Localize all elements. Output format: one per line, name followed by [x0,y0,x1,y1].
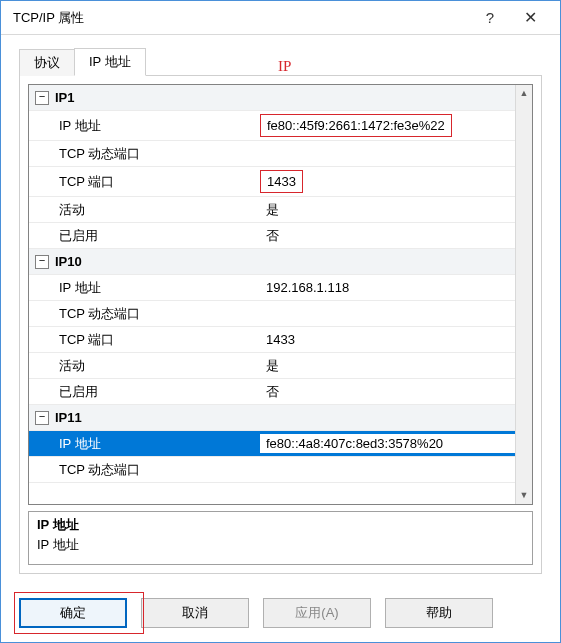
property-label: 活动 [35,200,260,219]
property-label: IP 地址 [35,278,260,297]
property-label: TCP 动态端口 [35,460,260,479]
property-value: 192.168.1.118 [260,278,509,297]
dialog-window: TCP/IP 属性 ? ✕ 协议 IP 地址 IP − IP1 IP 地址 fe [0,0,561,643]
property-row[interactable]: 已启用 否 [29,379,515,405]
property-value: 1433 [260,170,509,193]
description-box: IP 地址 IP 地址 [28,511,533,565]
highlight-box: 1433 [260,170,303,193]
property-row[interactable]: 已启用 否 [29,223,515,249]
scroll-down-icon[interactable]: ▼ [516,487,532,504]
property-label: 已启用 [35,226,260,245]
property-row[interactable]: TCP 端口 1433 [29,167,515,197]
group-header[interactable]: − IP11 [29,405,515,431]
property-row-selected[interactable]: IP 地址 fe80::4a8:407c:8ed3:3578%20 [29,431,515,457]
property-value: 否 [260,382,509,401]
titlebar: TCP/IP 属性 ? ✕ [1,1,560,35]
property-row[interactable]: TCP 端口 1433 [29,327,515,353]
vertical-scrollbar[interactable]: ▲ ▼ [515,85,532,504]
property-row[interactable]: TCP 动态端口 [29,457,515,483]
property-grid: − IP1 IP 地址 fe80::45f9:2661:1472:fe3e%22… [28,84,533,505]
help-button[interactable]: 帮助 [385,598,493,628]
tab-ip-address[interactable]: IP 地址 [74,48,146,76]
property-label: TCP 动态端口 [35,144,260,163]
property-row[interactable]: IP 地址 192.168.1.118 [29,275,515,301]
button-row: 确定 取消 应用(A) 帮助 [1,588,560,642]
collapse-icon[interactable]: − [35,255,49,269]
property-label: TCP 动态端口 [35,304,260,323]
content-area: 协议 IP 地址 IP − IP1 IP 地址 fe80::45f9:2661:… [1,35,560,588]
property-label: IP 地址 [35,116,260,135]
property-row[interactable]: TCP 动态端口 [29,301,515,327]
description-text: IP 地址 [37,536,524,554]
tab-strip: 协议 IP 地址 [19,49,542,75]
property-row[interactable]: IP 地址 fe80::45f9:2661:1472:fe3e%22 [29,111,515,141]
group-name: IP1 [55,88,280,107]
property-label: 已启用 [35,382,260,401]
tab-protocol[interactable]: 协议 [19,49,75,76]
panel: IP − IP1 IP 地址 fe80::45f9:2661:1472:fe3e… [19,75,542,574]
property-value: 否 [260,226,509,245]
property-row[interactable]: 活动 是 [29,353,515,379]
property-value: 1433 [260,330,509,349]
property-label: IP 地址 [35,434,260,453]
property-row[interactable]: TCP 动态端口 [29,141,515,167]
ok-button[interactable]: 确定 [19,598,127,628]
description-title: IP 地址 [37,516,524,534]
highlight-box: fe80::45f9:2661:1472:fe3e%22 [260,114,452,137]
property-value: fe80::4a8:407c:8ed3:3578%20 [260,434,515,453]
property-label: 活动 [35,356,260,375]
cancel-button[interactable]: 取消 [141,598,249,628]
grid-rows: − IP1 IP 地址 fe80::45f9:2661:1472:fe3e%22… [29,85,515,504]
group-header[interactable]: − IP1 [29,85,515,111]
group-name: IP10 [55,252,280,271]
apply-button: 应用(A) [263,598,371,628]
property-value: 是 [260,200,509,219]
close-icon[interactable]: ✕ [510,8,550,27]
collapse-icon[interactable]: − [35,411,49,425]
help-icon[interactable]: ? [470,9,510,26]
group-name: IP11 [55,408,280,427]
collapse-icon[interactable]: − [35,91,49,105]
window-title: TCP/IP 属性 [13,9,470,27]
property-value: 是 [260,356,509,375]
group-header[interactable]: − IP10 [29,249,515,275]
property-label: TCP 端口 [35,330,260,349]
property-value: fe80::45f9:2661:1472:fe3e%22 [260,114,509,137]
property-label: TCP 端口 [35,172,260,191]
property-row[interactable]: 活动 是 [29,197,515,223]
scroll-up-icon[interactable]: ▲ [516,85,532,102]
